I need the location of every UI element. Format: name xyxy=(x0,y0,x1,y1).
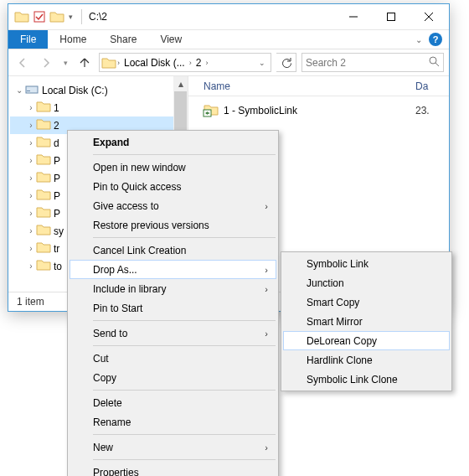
breadcrumb[interactable]: › Local Disk (... › 2 › ⌄ xyxy=(99,53,271,72)
properties-icon[interactable] xyxy=(34,11,45,23)
menu-item[interactable]: Restore previous versions xyxy=(70,215,276,235)
tree-item-label: 1 xyxy=(54,102,59,114)
submenu-item[interactable]: Symbolic Link Clone xyxy=(283,370,450,389)
expand-icon[interactable]: › xyxy=(25,103,37,112)
menu-item[interactable]: Pin to Start xyxy=(70,298,276,318)
menu-item-label: Cancel Link Creation xyxy=(93,245,186,256)
submenu-item-label: DeLorean Copy xyxy=(307,335,377,347)
expand-icon[interactable]: › xyxy=(25,121,37,130)
folder-icon xyxy=(101,57,116,69)
maximize-button[interactable] xyxy=(372,5,410,28)
col-date[interactable]: Da xyxy=(415,80,449,92)
expand-icon[interactable]: › xyxy=(25,173,37,183)
close-button[interactable] xyxy=(410,5,447,28)
submenu-item-label: Hardlink Clone xyxy=(307,354,373,366)
refresh-button[interactable] xyxy=(276,53,296,72)
titlebar[interactable]: ▾ C:\2 xyxy=(8,4,449,29)
menu-item-label: Send to xyxy=(93,328,127,339)
search-input[interactable]: Search 2 xyxy=(302,53,444,72)
tree-item-label: P xyxy=(54,155,60,167)
submenu-item-label: Symbolic Link Clone xyxy=(307,374,398,385)
submenu-item[interactable]: DeLorean Copy xyxy=(283,331,450,350)
submenu-item[interactable]: Smart Mirror xyxy=(283,312,450,331)
submenu-item[interactable]: Hardlink Clone xyxy=(283,350,450,370)
tree-item[interactable]: › 1 xyxy=(10,99,173,116)
back-button[interactable] xyxy=(13,54,32,72)
menu-item[interactable]: Send to› xyxy=(70,323,276,343)
address-dropdown-icon[interactable]: ⌄ xyxy=(255,59,269,67)
submenu-item[interactable]: Smart Copy xyxy=(283,292,450,312)
separator xyxy=(81,9,82,24)
crumb-local-disk[interactable]: Local Disk (... xyxy=(121,57,188,69)
tree-item-label: P xyxy=(54,173,60,184)
folder-icon xyxy=(37,224,50,238)
chevron-right-icon[interactable]: › xyxy=(204,59,209,67)
submenu-item-label: Symbolic Link xyxy=(307,258,368,270)
menu-item[interactable]: Expand xyxy=(70,132,276,152)
expand-icon[interactable]: › xyxy=(25,191,37,200)
crumb-folder-2[interactable]: 2 xyxy=(193,57,205,69)
expand-icon[interactable]: › xyxy=(25,156,37,165)
expand-icon[interactable]: › xyxy=(25,226,37,235)
submenu-arrow-icon: › xyxy=(265,265,268,275)
context-submenu-drop-as: Symbolic LinkJunctionSmart CopySmart Mir… xyxy=(281,251,452,391)
expand-ribbon-icon[interactable]: ⌄ xyxy=(415,35,422,44)
menu-item[interactable]: Copy xyxy=(70,368,276,387)
tree-item-label: tr xyxy=(54,243,59,255)
col-name[interactable]: Name xyxy=(204,80,415,92)
menu-item-label: Open in new window xyxy=(93,162,186,173)
up-button[interactable] xyxy=(75,54,94,72)
expand-icon[interactable]: › xyxy=(25,138,37,147)
tab-share[interactable]: Share xyxy=(98,30,148,49)
folder-icon xyxy=(37,206,50,220)
file-tab[interactable]: File xyxy=(8,30,48,49)
tab-view[interactable]: View xyxy=(148,30,193,49)
window-controls xyxy=(334,5,447,28)
menu-item-label: Drop As... xyxy=(93,264,137,276)
menu-item[interactable]: Cut xyxy=(70,349,276,368)
help-button[interactable]: ? xyxy=(429,33,442,46)
folder-icon xyxy=(37,136,50,150)
window-title: C:\2 xyxy=(89,11,107,23)
submenu-item[interactable]: Symbolic Link xyxy=(283,254,450,273)
folder-icon xyxy=(37,241,50,256)
tree-root[interactable]: ⌄ Local Disk (C:) xyxy=(10,81,173,99)
qat-dropdown-icon[interactable]: ▾ xyxy=(69,13,73,21)
menu-item[interactable]: Properties xyxy=(70,463,276,476)
expand-icon[interactable]: › xyxy=(25,244,37,253)
folder-icon xyxy=(37,171,50,185)
svg-rect-0 xyxy=(34,12,44,22)
menu-item[interactable]: Pin to Quick access xyxy=(70,177,276,196)
menu-item[interactable]: Cancel Link Creation xyxy=(70,241,276,260)
expand-icon[interactable]: › xyxy=(25,209,37,218)
file-row[interactable]: 1 - SymbolicLink 23. xyxy=(188,101,449,120)
menu-item[interactable]: Give access to› xyxy=(70,196,276,215)
menu-item-label: Include in library xyxy=(93,283,166,295)
tree-item-label: 2 xyxy=(54,120,59,132)
minimize-button[interactable] xyxy=(334,5,372,28)
menu-item[interactable]: Rename xyxy=(70,412,276,432)
menu-item[interactable]: Delete xyxy=(70,393,276,412)
svg-line-6 xyxy=(436,63,439,66)
history-dropdown[interactable]: ▾ xyxy=(60,54,70,72)
folder-icon xyxy=(50,11,64,23)
svg-rect-2 xyxy=(387,13,394,21)
submenu-arrow-icon: › xyxy=(265,442,268,453)
submenu-item[interactable]: Junction xyxy=(283,273,450,292)
menu-item[interactable]: Drop As...› xyxy=(70,260,276,279)
menu-separator xyxy=(93,320,276,321)
scroll-up-icon[interactable]: ▴ xyxy=(173,76,188,91)
menu-item-label: New xyxy=(93,442,113,453)
collapse-icon[interactable]: ⌄ xyxy=(13,85,25,95)
expand-icon[interactable]: › xyxy=(25,261,37,271)
menu-item[interactable]: New› xyxy=(70,437,276,457)
tab-home[interactable]: Home xyxy=(48,30,98,49)
tree-item-label: to xyxy=(54,261,62,272)
file-date: 23. xyxy=(415,105,449,116)
menu-item-label: Give access to xyxy=(93,200,159,212)
column-headers[interactable]: Name Da xyxy=(188,76,449,96)
menu-item[interactable]: Open in new window xyxy=(70,158,276,177)
drive-icon xyxy=(25,83,39,97)
forward-button[interactable] xyxy=(37,54,55,72)
menu-item[interactable]: Include in library› xyxy=(70,279,276,298)
